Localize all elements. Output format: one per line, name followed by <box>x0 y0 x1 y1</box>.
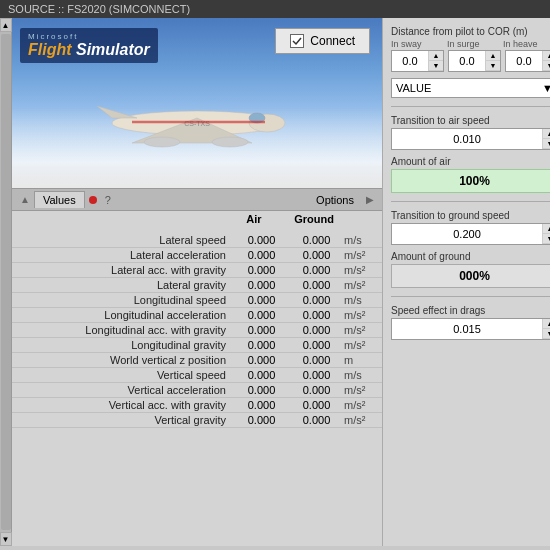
in-surge-spinners: ▲ ▼ <box>485 51 500 71</box>
row-label: World vertical z position <box>20 354 234 366</box>
row-unit: m/s <box>344 234 374 246</box>
distance-section: Distance from pilot to COR (m) In sway I… <box>391 26 550 72</box>
in-heave-up[interactable]: ▲ <box>543 51 550 61</box>
logo-title: Flight Simulator <box>28 41 150 59</box>
table-row: Longitudinal acceleration 0.000 0.000 m/… <box>12 308 382 323</box>
row-ground-value: 0.000 <box>289 324 344 336</box>
scroll-thumb[interactable] <box>1 34 11 530</box>
tab-dot <box>89 196 97 204</box>
flight-sim-banner: Microsoft Flight Simulator <box>12 18 382 188</box>
in-heave-input[interactable]: ▲ ▼ <box>505 50 550 72</box>
transition-air-field[interactable] <box>392 130 542 148</box>
transition-ground-field[interactable] <box>392 225 542 243</box>
row-label: Lateral acc. with gravity <box>20 264 234 276</box>
in-surge-label: In surge <box>447 39 499 49</box>
table-row: Vertical gravity 0.000 0.000 m/s² <box>12 413 382 428</box>
amount-air-value: 100% <box>391 169 550 193</box>
dropdown-value: VALUE <box>396 82 431 94</box>
in-surge-down[interactable]: ▼ <box>486 61 500 71</box>
tab-right-arrow[interactable]: ▶ <box>362 192 378 207</box>
table-row: Lateral acc. with gravity 0.000 0.000 m/… <box>12 263 382 278</box>
logo-subtext: Microsoft <box>28 32 150 41</box>
table-row: Lateral speed 0.000 0.000 m/s <box>12 233 382 248</box>
in-heave-spinners: ▲ ▼ <box>542 51 550 71</box>
speed-effect-field[interactable] <box>392 320 542 338</box>
row-ground-value: 0.000 <box>289 339 344 351</box>
transition-air-up[interactable]: ▲ <box>543 129 550 139</box>
transition-air-label: Transition to air speed <box>391 115 550 126</box>
in-sway-field[interactable] <box>392 53 428 69</box>
connect-button[interactable]: Connect <box>275 28 370 54</box>
transition-air-spinners: ▲ ▼ <box>542 129 550 149</box>
in-heave-down[interactable]: ▼ <box>543 61 550 71</box>
table-row: Vertical acc. with gravity 0.000 0.000 m… <box>12 398 382 413</box>
col-air-header: Air <box>224 213 284 225</box>
left-scrollbar: ▲ ▼ <box>0 18 12 546</box>
col-ground-header: Ground <box>284 213 344 225</box>
speed-effect-spinners: ▲ ▼ <box>542 319 550 339</box>
amount-ground-value: 000% <box>391 264 550 288</box>
dropdown-chevron-icon: ▼ <box>542 82 550 94</box>
scroll-up-arrow[interactable]: ▲ <box>0 18 12 32</box>
divider-3 <box>391 296 550 297</box>
in-surge-up[interactable]: ▲ <box>486 51 500 61</box>
tabs-bar: ▲ Values ? Options ▶ <box>12 188 382 211</box>
divider-2 <box>391 201 550 202</box>
row-unit: m/s² <box>344 339 374 351</box>
row-ground-value: 0.000 <box>289 294 344 306</box>
row-ground-value: 0.000 <box>289 354 344 366</box>
table-row: Longitudinal gravity 0.000 0.000 m/s² <box>12 338 382 353</box>
row-unit: m/s² <box>344 324 374 336</box>
in-sway-down[interactable]: ▼ <box>429 61 443 71</box>
row-label: Longitudinal speed <box>20 294 234 306</box>
in-sway-up[interactable]: ▲ <box>429 51 443 61</box>
in-surge-input[interactable]: ▲ ▼ <box>448 50 501 72</box>
scroll-down-arrow[interactable]: ▼ <box>0 532 12 546</box>
amount-air-label: Amount of air <box>391 156 550 167</box>
speed-effect-input-container[interactable]: ▲ ▼ <box>391 318 550 340</box>
row-label: Lateral speed <box>20 234 234 246</box>
transition-air-down[interactable]: ▼ <box>543 139 550 149</box>
speed-effect-up[interactable]: ▲ <box>543 319 550 329</box>
right-panel: Distance from pilot to COR (m) In sway I… <box>382 18 550 546</box>
data-table: Lateral speed 0.000 0.000 m/s Lateral ac… <box>12 229 382 546</box>
in-heave-field[interactable] <box>506 53 542 69</box>
row-air-value: 0.000 <box>234 414 289 426</box>
value-dropdown[interactable]: VALUE ▼ <box>391 78 550 98</box>
amount-air-section: Amount of air 100% <box>391 156 550 193</box>
tab-left-arrow[interactable]: ▲ <box>16 192 34 207</box>
distance-sub-labels: In sway In surge In heave <box>391 39 550 49</box>
row-label: Longitudinal acceleration <box>20 309 234 321</box>
speed-effect-section: Speed effect in drags ▲ ▼ <box>391 305 550 340</box>
in-surge-field[interactable] <box>449 53 485 69</box>
row-unit: m/s² <box>344 264 374 276</box>
speed-effect-down[interactable]: ▼ <box>543 329 550 339</box>
row-ground-value: 0.000 <box>289 414 344 426</box>
title-bar: SOURCE :: FS2020 (SIMCONNECT) <box>0 0 550 18</box>
table-row: World vertical z position 0.000 0.000 m <box>12 353 382 368</box>
row-air-value: 0.000 <box>234 384 289 396</box>
distance-inputs: ▲ ▼ ▲ ▼ ▲ ▼ <box>391 50 550 72</box>
tab-values[interactable]: Values <box>34 191 85 208</box>
transition-ground-down[interactable]: ▼ <box>543 234 550 244</box>
divider-1 <box>391 106 550 107</box>
tab-help[interactable]: ? <box>101 192 115 208</box>
table-row: Vertical speed 0.000 0.000 m/s <box>12 368 382 383</box>
transition-ground-input-container[interactable]: ▲ ▼ <box>391 223 550 245</box>
table-row: Lateral gravity 0.000 0.000 m/s² <box>12 278 382 293</box>
transition-air-input-container[interactable]: ▲ ▼ <box>391 128 550 150</box>
svg-point-5 <box>144 137 180 147</box>
tab-options-label[interactable]: Options <box>308 192 362 208</box>
row-air-value: 0.000 <box>234 234 289 246</box>
table-row: Lateral acceleration 0.000 0.000 m/s² <box>12 248 382 263</box>
table-header: Air Ground <box>12 211 382 227</box>
in-sway-input[interactable]: ▲ ▼ <box>391 50 444 72</box>
transition-ground-up[interactable]: ▲ <box>543 224 550 234</box>
row-label: Longitudinal acc. with gravity <box>20 324 234 336</box>
in-sway-label: In sway <box>391 39 443 49</box>
row-ground-value: 0.000 <box>289 369 344 381</box>
connect-label: Connect <box>310 34 355 48</box>
row-ground-value: 0.000 <box>289 264 344 276</box>
title-text: SOURCE :: FS2020 (SIMCONNECT) <box>8 3 190 15</box>
connect-checkbox[interactable] <box>290 34 304 48</box>
